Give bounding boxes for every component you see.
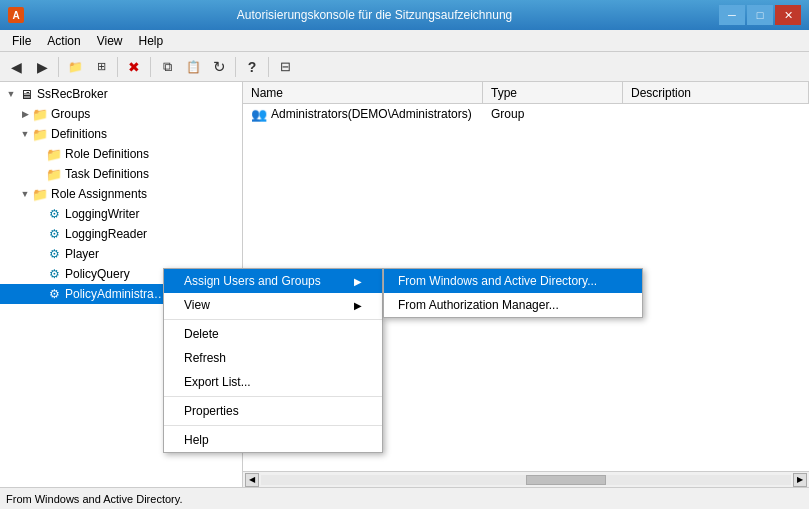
copy-button[interactable]: ⧉ <box>155 55 179 79</box>
tree-label: Role Assignments <box>51 187 147 201</box>
view-button[interactable]: ⊞ <box>89 55 113 79</box>
ctx-assign-users[interactable]: Assign Users and Groups ▶ <box>164 269 382 293</box>
toolbar-separator-2 <box>117 57 118 77</box>
tree-item-role-definitions[interactable]: ▶ 📁 Role Definitions <box>0 144 242 164</box>
scroll-left-btn[interactable]: ◀ <box>245 473 259 487</box>
refresh-button[interactable]: ↻ <box>207 55 231 79</box>
tree-label: Task Definitions <box>65 167 149 181</box>
window-title: Autorisierungskonsole für die Sitzungsau… <box>30 8 719 22</box>
ctx-item-label: Export List... <box>184 375 251 389</box>
status-text: From Windows and Active Directory. <box>6 493 182 505</box>
folder-icon: 📁 <box>32 126 48 142</box>
ctx-item-label: Help <box>184 433 209 447</box>
col-header-name[interactable]: Name <box>243 82 483 103</box>
row-name: Administrators(DEMO\Administrators) <box>271 107 472 121</box>
properties-button[interactable]: ⊟ <box>273 55 297 79</box>
ctx-view[interactable]: View ▶ <box>164 293 382 317</box>
tree-item-logging-writer[interactable]: ▶ ⚙ LoggingWriter <box>0 204 242 224</box>
toolbar-separator-3 <box>150 57 151 77</box>
ctx-item-label: Refresh <box>184 351 226 365</box>
tree-label: Player <box>65 247 99 261</box>
ctx-item-label: Properties <box>184 404 239 418</box>
ctx-help[interactable]: Help <box>164 428 382 452</box>
gear-icon: ⚙ <box>46 286 62 302</box>
submenu-auth-manager[interactable]: From Authorization Manager... <box>384 293 642 317</box>
submenu-arrow-icon: ▶ <box>354 276 362 287</box>
folder-icon: 📁 <box>46 146 62 162</box>
maximize-button[interactable]: □ <box>747 5 773 25</box>
toggle-icon: ▼ <box>18 187 32 201</box>
toolbar: ◀ ▶ 📁 ⊞ ✖ ⧉ 📋 ↻ ? ⊟ <box>0 52 809 82</box>
tree-item-role-assignments[interactable]: ▼ 📁 Role Assignments <box>0 184 242 204</box>
tree-label: Groups <box>51 107 90 121</box>
submenu: From Windows and Active Directory... Fro… <box>383 268 643 318</box>
tree-item-player[interactable]: ▶ ⚙ Player <box>0 244 242 264</box>
submenu-item-label: From Windows and Active Directory... <box>398 274 597 288</box>
ctx-item-label: Delete <box>184 327 219 341</box>
ctx-item-label: View <box>184 298 210 312</box>
horizontal-scrollbar[interactable]: ◀ ▶ <box>243 471 809 487</box>
toolbar-separator-5 <box>268 57 269 77</box>
tree-label: Definitions <box>51 127 107 141</box>
up-button[interactable]: 📁 <box>63 55 87 79</box>
menu-file[interactable]: File <box>4 30 39 51</box>
list-header: Name Type Description <box>243 82 809 104</box>
tree-label: LoggingReader <box>65 227 147 241</box>
folder-icon: 📁 <box>32 106 48 122</box>
scroll-right-btn[interactable]: ▶ <box>793 473 807 487</box>
delete-button[interactable]: ✖ <box>122 55 146 79</box>
tree-item-logging-reader[interactable]: ▶ ⚙ LoggingReader <box>0 224 242 244</box>
tree-item-task-definitions[interactable]: ▶ 📁 Task Definitions <box>0 164 242 184</box>
list-row[interactable]: 👥 Administrators(DEMO\Administrators) Gr… <box>243 104 809 124</box>
forward-button[interactable]: ▶ <box>30 55 54 79</box>
col-header-description[interactable]: Description <box>623 82 809 103</box>
ctx-delete[interactable]: Delete <box>164 322 382 346</box>
toggle-icon: ▼ <box>4 87 18 101</box>
folder-icon: 📁 <box>46 166 62 182</box>
gear-icon: ⚙ <box>46 246 62 262</box>
name-cell: 👥 Administrators(DEMO\Administrators) <box>243 106 483 123</box>
menu-view[interactable]: View <box>89 30 131 51</box>
app-icon: A <box>8 7 24 23</box>
tree-label: LoggingWriter <box>65 207 139 221</box>
status-bar: From Windows and Active Directory. <box>0 487 809 509</box>
toggle-icon: ▼ <box>18 127 32 141</box>
ctx-separator-3 <box>164 425 382 426</box>
group-icon: 👥 <box>251 107 267 122</box>
window-controls: ─ □ ✕ <box>719 5 801 25</box>
context-menu: Assign Users and Groups ▶ View ▶ Delete … <box>163 268 383 453</box>
tree-item-ssrecbroker[interactable]: ▼ 🖥 SsRecBroker <box>0 84 242 104</box>
ctx-properties[interactable]: Properties <box>164 399 382 423</box>
ctx-refresh[interactable]: Refresh <box>164 346 382 370</box>
menu-help[interactable]: Help <box>131 30 172 51</box>
col-header-type[interactable]: Type <box>483 82 623 103</box>
toolbar-separator-4 <box>235 57 236 77</box>
back-button[interactable]: ◀ <box>4 55 28 79</box>
desc-cell <box>623 113 809 115</box>
toolbar-separator-1 <box>58 57 59 77</box>
scroll-track[interactable] <box>261 475 791 485</box>
submenu-windows-ad[interactable]: From Windows and Active Directory... <box>384 269 642 293</box>
folder-icon: 📁 <box>32 186 48 202</box>
submenu-item-label: From Authorization Manager... <box>398 298 559 312</box>
help-button[interactable]: ? <box>240 55 264 79</box>
tree-item-definitions[interactable]: ▼ 📁 Definitions <box>0 124 242 144</box>
ctx-separator-1 <box>164 319 382 320</box>
tree-label: SsRecBroker <box>37 87 108 101</box>
type-cell: Group <box>483 106 623 122</box>
toggle-icon: ▶ <box>18 107 32 121</box>
ctx-export[interactable]: Export List... <box>164 370 382 394</box>
title-bar: A Autorisierungskonsole für die Sitzungs… <box>0 0 809 30</box>
gear-icon: ⚙ <box>46 206 62 222</box>
paste-button[interactable]: 📋 <box>181 55 205 79</box>
tree-label: PolicyAdministra… <box>65 287 166 301</box>
scroll-thumb[interactable] <box>526 475 606 485</box>
computer-icon: 🖥 <box>18 86 34 102</box>
tree-item-groups[interactable]: ▶ 📁 Groups <box>0 104 242 124</box>
tree-label: Role Definitions <box>65 147 149 161</box>
menu-bar: File Action View Help <box>0 30 809 52</box>
menu-action[interactable]: Action <box>39 30 88 51</box>
ctx-item-label: Assign Users and Groups <box>184 274 321 288</box>
close-button[interactable]: ✕ <box>775 5 801 25</box>
minimize-button[interactable]: ─ <box>719 5 745 25</box>
